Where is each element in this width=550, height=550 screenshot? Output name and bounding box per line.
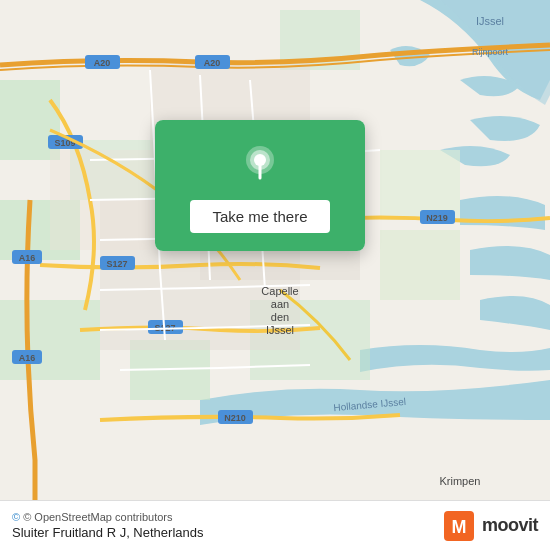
bottom-bar: © © OpenStreetMap contributors Sluiter F… <box>0 500 550 550</box>
location-pin-icon <box>236 142 284 190</box>
svg-text:Rijnpoort: Rijnpoort <box>472 47 509 57</box>
svg-text:M: M <box>451 517 466 537</box>
moovit-brand-icon: M <box>444 511 474 541</box>
svg-text:N219: N219 <box>426 213 448 223</box>
attribution-text: © OpenStreetMap contributors <box>23 511 172 523</box>
svg-text:A20: A20 <box>204 58 221 68</box>
svg-text:A16: A16 <box>19 353 36 363</box>
osm-icon: © <box>12 511 20 523</box>
map-container: A20 A20 S109 S127 S127 A16 A16 N219 N210 <box>0 0 550 500</box>
svg-text:A16: A16 <box>19 253 36 263</box>
take-me-there-button[interactable]: Take me there <box>190 200 329 233</box>
svg-text:S127: S127 <box>106 259 127 269</box>
svg-rect-3 <box>0 300 100 380</box>
svg-rect-8 <box>380 150 460 220</box>
svg-rect-9 <box>380 230 460 300</box>
svg-text:Capelle: Capelle <box>261 285 298 297</box>
moovit-text: moovit <box>482 515 538 536</box>
popup-card: Take me there <box>155 120 365 251</box>
svg-text:IJssel: IJssel <box>476 15 504 27</box>
location-label: Sluiter Fruitland R J, Netherlands <box>12 525 203 540</box>
moovit-logo: M moovit <box>444 511 538 541</box>
svg-text:N210: N210 <box>224 413 246 423</box>
attribution: © © OpenStreetMap contributors <box>12 511 203 523</box>
bottom-left: © © OpenStreetMap contributors Sluiter F… <box>12 511 203 540</box>
svg-text:A20: A20 <box>94 58 111 68</box>
svg-text:Krimpen: Krimpen <box>440 475 481 487</box>
svg-text:IJssel: IJssel <box>266 324 294 336</box>
svg-text:den: den <box>271 311 289 323</box>
svg-text:aan: aan <box>271 298 289 310</box>
popup-green-area: Take me there <box>155 120 365 251</box>
